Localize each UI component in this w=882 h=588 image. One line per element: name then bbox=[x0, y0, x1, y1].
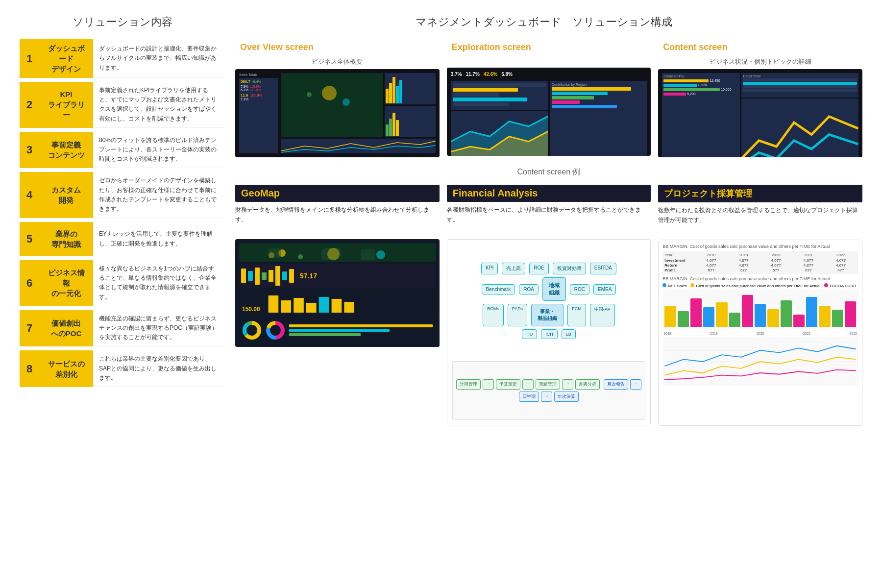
item-title-7: 価値創出へのPOC bbox=[39, 310, 93, 347]
return-val-3: 4,677 bbox=[761, 263, 791, 268]
item-title-4: カスタム開発 bbox=[39, 172, 93, 218]
svg-rect-9 bbox=[344, 302, 354, 313]
item-desc-4: ゼロからオーダーメイドのデザインを構築したり、お客様の正確な仕様に合わせて事前に… bbox=[93, 172, 225, 218]
proj-bar-8 bbox=[755, 304, 766, 327]
content-screen-section: Content screen 例 GeoMap 財務データを、地理情報をメインに… bbox=[235, 167, 862, 426]
proj-bar-12 bbox=[806, 297, 817, 327]
item-number-4: 4 bbox=[20, 172, 39, 218]
solution-item-1: 1 ダッシュボードデザイン ダッシュボードの設計と最適化、要件収集からフルサイク… bbox=[20, 39, 225, 78]
item-number-6: 6 bbox=[20, 260, 39, 306]
item-number-1: 1 bbox=[20, 39, 39, 78]
left-header-title: ソリューション内容 bbox=[73, 16, 172, 28]
fin-node-lb: LB bbox=[562, 329, 576, 339]
project-card: プロジェクト採算管理 複数年にわたる投資とその収益を管理することで、適切なプロジ… bbox=[658, 185, 862, 426]
fin-node-roa: ROA bbox=[519, 284, 539, 294]
project-line-chart bbox=[662, 337, 858, 386]
return-val-1: 4,677 bbox=[696, 263, 726, 268]
item-title-8: サービスの差別化 bbox=[39, 350, 93, 387]
proj-bar-15 bbox=[845, 301, 856, 327]
fin-node-ich: ICH bbox=[541, 329, 558, 339]
exploration-sub-label bbox=[447, 57, 651, 65]
fin-node-pads: PADs bbox=[508, 304, 527, 326]
financial-desc: 各種財務指標をベースに、より詳細に財務データを把握することができます。 bbox=[447, 205, 651, 234]
fin-bottom-flowchart: 計画管理 → 予算策定 → 実績管理 → 差異分析 月次報告 bbox=[452, 361, 646, 420]
proj-bar-1 bbox=[664, 306, 676, 327]
project-title: プロジェクト採算管理 bbox=[664, 189, 752, 198]
item-number-3: 3 bbox=[20, 132, 39, 169]
svg-rect-8 bbox=[331, 299, 342, 313]
business-detail-sub: ビジネス状況・個別トピックの詳細 bbox=[658, 57, 862, 66]
content-screen-section-title: Content screen 例 bbox=[235, 167, 862, 177]
fin-box-2: → bbox=[483, 379, 494, 390]
geo-dot-sa bbox=[298, 254, 303, 259]
metric-1: 3.7% bbox=[451, 72, 462, 77]
financial-preview: KPI 売上高 ROE 投資対効果 EBITDA Be bbox=[447, 239, 651, 425]
item-desc-7: 機能充足の確認に留まらず、更なるビジネスチャンスの創出を実現するPOC（実証実験… bbox=[93, 310, 225, 347]
overview-screen-label: Over View screen bbox=[235, 39, 440, 55]
geo-dot-na bbox=[376, 250, 385, 259]
proj-bar-4 bbox=[703, 307, 714, 327]
fin-node-ebitda: EBITDA bbox=[590, 263, 616, 274]
fin-box-11: → bbox=[541, 392, 552, 402]
left-panel: 1 ダッシュボードデザイン ダッシュボードの設計と最適化、要件収集からフルサイク… bbox=[20, 39, 225, 426]
return-val-4: 4,677 bbox=[793, 263, 824, 268]
proj-bar-3 bbox=[690, 298, 702, 327]
legend-item-1: NET Sales bbox=[662, 283, 686, 288]
svg-rect-4 bbox=[281, 300, 291, 313]
item-desc-8: これらは業界の主要な差別化要因であり、SAPとの協同により、更なる価値を生み出し… bbox=[93, 350, 225, 387]
item-number-2: 2 bbox=[20, 82, 39, 128]
fin-box-3: 予算策定 bbox=[496, 379, 520, 390]
fin-node-fcm: FCM bbox=[567, 304, 586, 326]
fin-node-sales: 売上高 bbox=[502, 263, 525, 274]
item-desc-6: 様々な異なるビジネスを1つのハブに結合することで、単なる情報集約ではなく、企業全… bbox=[93, 260, 225, 306]
fin-box-5: 実績管理 bbox=[536, 379, 560, 390]
year-label-2022: 2022 bbox=[849, 332, 857, 335]
table-label-profit: Profit bbox=[664, 268, 694, 272]
fin-node-benchmark: Benchmark bbox=[482, 284, 515, 294]
item-title-6: ビジネス情報の一元化 bbox=[39, 260, 93, 306]
fin-node-roc: ROC bbox=[570, 284, 589, 294]
item-desc-1: ダッシュボードの設計と最適化、要件収集からフルサイクルの実装まで、幅広い知識があ… bbox=[93, 39, 225, 78]
overview-preview: Sales Totals 590.7 ↑0.4% 7.9% ↓16.9% 5.3… bbox=[235, 69, 440, 157]
geomap-bottom-chart: 57.17 bbox=[239, 264, 436, 288]
fin-node-investment: 投資対効果 bbox=[553, 263, 586, 274]
overview-screen-card: Over View screen ビジネス全体概要 Sales Totals 5… bbox=[235, 39, 440, 157]
geomap-preview: 57.17 150.00 bbox=[235, 239, 440, 347]
investment-val-3: 4,677 bbox=[761, 258, 791, 263]
geomap-title: GeoMap bbox=[241, 188, 280, 198]
fin-node-product: 事業・製品組織 bbox=[531, 304, 564, 326]
fin-box-4: → bbox=[522, 379, 534, 390]
right-header-title: マネジメントダッシュボード ソリューション構成 bbox=[416, 16, 672, 28]
metric-2: 11.7% bbox=[466, 72, 479, 77]
dashboard-screens: Over View screen ビジネス全体概要 Sales Totals 5… bbox=[235, 39, 862, 157]
overview-sub-label: ビジネス全体概要 bbox=[235, 57, 440, 66]
fin-box-6: → bbox=[562, 379, 573, 390]
svg-rect-6 bbox=[306, 303, 317, 313]
right-panel: Over View screen ビジネス全体概要 Sales Totals 5… bbox=[235, 39, 862, 426]
solution-item-5: 5 業界の専門知識 EYナレッジを活用して、主要な要件を理解し、正確に開発を推進… bbox=[20, 222, 225, 256]
project-chart-title-2: BB MARGIN: Cost of goods sales calc purc… bbox=[662, 276, 858, 281]
header-row: ソリューション内容 マネジメントダッシュボード ソリューション構成 bbox=[20, 15, 862, 29]
exploration-preview: 3.7% 11.7% 42.6% 5.8% bbox=[447, 68, 651, 156]
return-val-2: 4,677 bbox=[728, 263, 759, 268]
fin-node-roe: ROE bbox=[529, 263, 549, 274]
table-label-investment: Investment bbox=[664, 258, 694, 263]
fin-box-12: 年次決算 bbox=[554, 392, 579, 402]
fin-box-1: 計画管理 bbox=[456, 379, 481, 390]
exploration-screen-label: Exploration screen bbox=[447, 39, 651, 55]
investment-val-4: 4,677 bbox=[793, 258, 824, 263]
fin-kpi-diagram: KPI 売上高 ROE 投資対効果 EBITDA Be bbox=[452, 245, 646, 357]
fin-box-8: 月次報告 bbox=[604, 379, 628, 390]
metric-4: 5.8% bbox=[501, 72, 513, 77]
proj-bar-14 bbox=[832, 310, 843, 327]
fin-node-bcms: BCMs bbox=[483, 304, 504, 326]
metric-3: 42.6% bbox=[484, 72, 497, 77]
fin-node-kpi: KPI bbox=[481, 263, 498, 274]
fin-flow-boxes: 計画管理 → 予算策定 → 実績管理 → 差異分析 月次報告 bbox=[456, 379, 642, 402]
year-label-2021: 2021 bbox=[803, 332, 811, 335]
table-header-year: Year bbox=[664, 253, 694, 257]
legend-item-3: EBITDA CURR bbox=[824, 283, 856, 288]
investment-val-5: 4,677 bbox=[826, 258, 856, 263]
solution-item-7: 7 価値創出へのPOC 機能充足の確認に留まらず、更なるビジネスチャンスの創出を… bbox=[20, 310, 225, 347]
content-preview: Content KPIs 12,450 8,320 bbox=[658, 69, 862, 157]
